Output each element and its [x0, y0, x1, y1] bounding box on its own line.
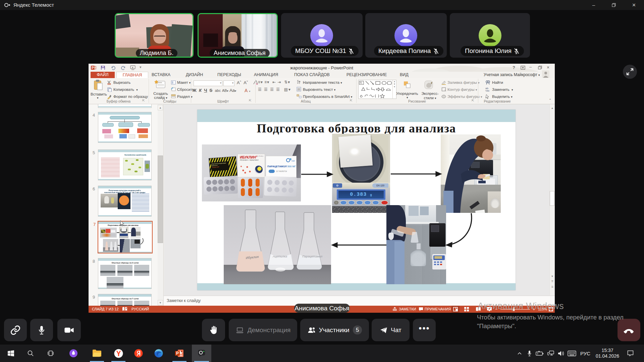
svg-text:P: P [176, 351, 179, 356]
